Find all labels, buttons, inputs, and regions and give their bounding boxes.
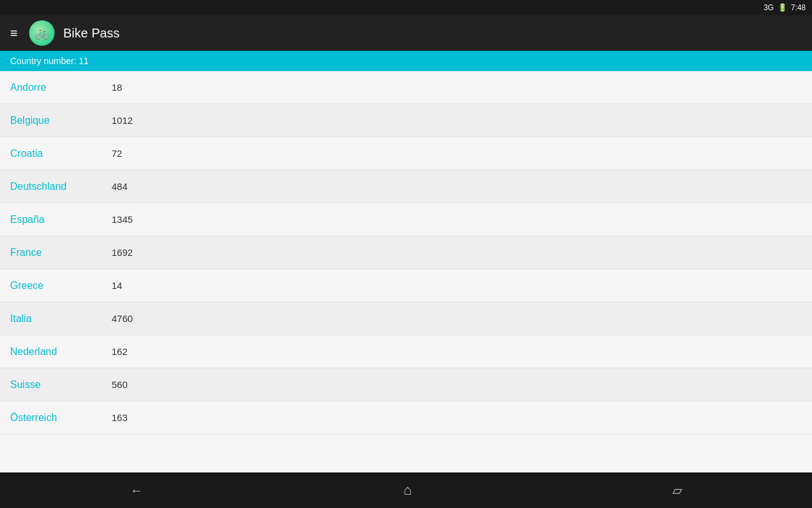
country-route-count: 1345 xyxy=(112,214,133,225)
country-route-count: 4760 xyxy=(112,313,133,324)
list-item[interactable]: Greece14 xyxy=(0,269,812,302)
country-name: Österreich xyxy=(10,412,112,424)
list-item[interactable]: España1345 xyxy=(0,203,812,236)
country-name: Deutschland xyxy=(10,181,112,192)
country-name: Andorre xyxy=(10,82,112,93)
list-item[interactable]: Belgique1012 xyxy=(0,104,812,137)
country-route-count: 72 xyxy=(112,148,122,159)
nav-bar xyxy=(0,472,812,508)
country-route-count: 14 xyxy=(112,280,122,291)
country-banner: Country number: 11 xyxy=(0,51,812,71)
country-route-count: 162 xyxy=(112,346,128,357)
country-name: Croatia xyxy=(10,148,112,159)
country-route-count: 18 xyxy=(112,82,122,93)
country-name: Nederland xyxy=(10,346,112,358)
country-route-count: 163 xyxy=(112,412,128,423)
list-item[interactable]: Andorre18 xyxy=(0,71,812,104)
country-name: Italia xyxy=(10,313,112,324)
country-name: Belgique xyxy=(10,115,112,126)
list-item[interactable]: France1692 xyxy=(0,236,812,269)
country-count-label: Country number: 11 xyxy=(10,56,89,66)
list-item[interactable]: Italia4760 xyxy=(0,302,812,335)
battery-icon: 🔋 xyxy=(778,3,787,12)
back-button[interactable] xyxy=(115,478,158,503)
app-bar: ≡ 🚲 Bike Pass xyxy=(0,15,812,51)
app-logo: 🚲 xyxy=(29,20,55,46)
country-name: Greece xyxy=(10,280,112,291)
app-title: Bike Pass xyxy=(63,26,120,41)
home-button[interactable] xyxy=(388,477,427,504)
country-name: España xyxy=(10,214,112,225)
list-item[interactable]: Suisse560 xyxy=(0,368,812,401)
list-item[interactable]: Österreich163 xyxy=(0,401,812,434)
list-item[interactable]: Deutschland484 xyxy=(0,170,812,203)
country-name: Suisse xyxy=(10,379,112,391)
recents-button[interactable] xyxy=(657,478,697,503)
network-indicator: 3G xyxy=(764,3,774,12)
country-list: Andorre18Belgique1012Croatia72Deutschlan… xyxy=(0,71,812,472)
country-route-count: 560 xyxy=(112,379,128,390)
status-icons: 3G 🔋 7:48 xyxy=(764,3,806,12)
list-item[interactable]: Nederland162 xyxy=(0,335,812,368)
country-route-count: 1012 xyxy=(112,115,133,126)
country-route-count: 1692 xyxy=(112,247,133,258)
status-bar: 3G 🔋 7:48 xyxy=(0,0,812,15)
time-display: 7:48 xyxy=(791,3,806,12)
country-route-count: 484 xyxy=(112,181,128,192)
country-name: France xyxy=(10,247,112,258)
menu-icon[interactable]: ≡ xyxy=(10,26,18,41)
list-item[interactable]: Croatia72 xyxy=(0,137,812,170)
